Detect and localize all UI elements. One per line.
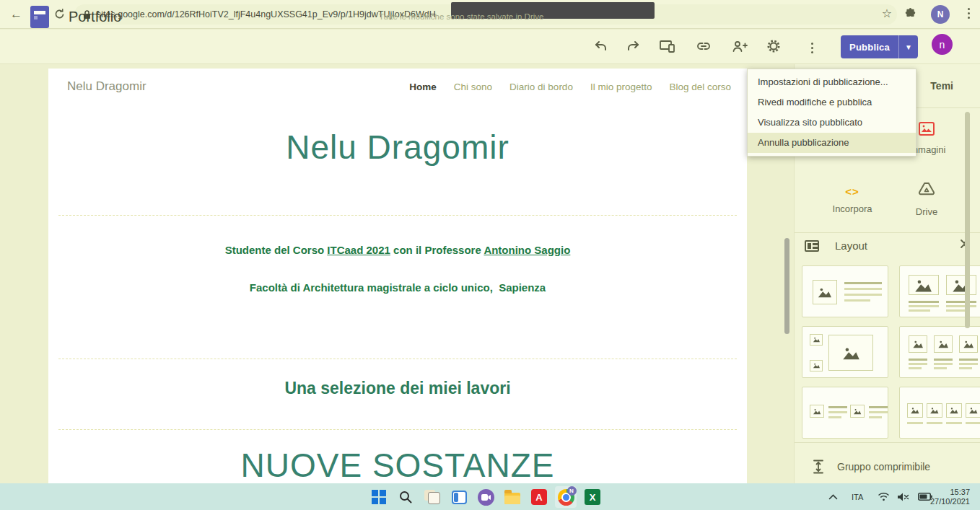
site-header-name[interactable]: Nelu Dragomir <box>67 79 146 94</box>
publish-dropdown-arrow[interactable]: ▼ <box>898 35 918 58</box>
intro-paragraph[interactable]: Studente del Corso ITCaad 2021 con il Pr… <box>48 244 747 256</box>
excel-icon: X <box>585 489 600 505</box>
layout-option-6[interactable] <box>899 387 980 439</box>
layout-option-3[interactable] <box>802 326 888 378</box>
divider <box>795 232 980 233</box>
volume-muted-indicator[interactable] <box>897 483 909 510</box>
nav-diario-di-bordo[interactable]: Diario di bordo <box>509 82 573 92</box>
collapsible-group-label: Gruppo comprimibile <box>837 461 930 472</box>
document-title[interactable]: Portfolio <box>69 9 121 25</box>
hero-title[interactable]: Nelu Dragomir <box>48 128 747 167</box>
acrobat-button[interactable]: A <box>528 486 550 508</box>
menu-item-annulla-pubblicazione[interactable]: Annulla pubblicazione <box>748 133 916 153</box>
section-divider <box>58 215 737 216</box>
clock[interactable]: 15:3727/10/2021 <box>930 483 970 510</box>
chrome-profile-badge: N <box>567 486 577 496</box>
drive-icon <box>918 182 935 201</box>
publish-button-label[interactable]: Pubblica <box>841 35 898 58</box>
nav-il-mio-progetto[interactable]: Il mio progetto <box>590 82 652 92</box>
layout-option-1[interactable] <box>802 265 888 317</box>
speaker-muted-icon <box>897 492 909 502</box>
chrome-button[interactable]: N <box>555 486 577 508</box>
image-icon <box>919 122 935 139</box>
bookmark-star-icon[interactable]: ☆ <box>882 6 892 20</box>
excel-button[interactable]: X <box>582 486 603 508</box>
link-itcaad-2021[interactable]: ITCaad 2021 <box>327 244 390 256</box>
embed-code-icon: <> <box>820 185 885 198</box>
wifi-indicator[interactable] <box>878 483 890 510</box>
layout-option-5[interactable] <box>802 387 888 439</box>
language-indicator[interactable]: ITA <box>852 483 863 510</box>
task-view-button[interactable] <box>421 486 443 508</box>
chrome-icon: N <box>558 489 574 506</box>
sidebar-scrollbar-thumb[interactable] <box>965 112 970 328</box>
preview-devices-icon[interactable] <box>659 38 676 55</box>
taskbar-search[interactable] <box>395 486 416 508</box>
redo-icon[interactable] <box>624 38 642 55</box>
clock-time: 15:37 <box>950 488 970 496</box>
canvas-scrollbar-thumb[interactable] <box>784 238 789 334</box>
layout-option-4[interactable] <box>899 326 980 378</box>
tray-chevron[interactable] <box>828 483 838 510</box>
task-view-icon <box>424 490 440 504</box>
editor-toolbar <box>0 30 980 64</box>
share-add-person-icon[interactable] <box>731 38 748 55</box>
project-title[interactable]: NUOVE SOSTANZE <box>48 446 747 483</box>
menu-item-rivedi[interactable]: Rivedi modifiche e pubblica <box>748 92 916 113</box>
faculty-line[interactable]: Facoltà di Architettura magistrale a cic… <box>48 281 747 294</box>
tab-temi[interactable]: Temi <box>930 80 953 92</box>
link-antonino-saggio[interactable]: Antonino Saggio <box>484 244 570 256</box>
browser-profile-avatar[interactable]: N <box>931 5 950 24</box>
collapsible-group-item[interactable]: Gruppo comprimibile <box>813 460 930 474</box>
copy-link-icon[interactable] <box>695 38 712 55</box>
intro-text: Studente del Corso <box>225 244 328 256</box>
google-sites-logo <box>30 6 49 28</box>
search-icon <box>398 490 413 504</box>
back-icon[interactable]: ← <box>10 0 22 29</box>
extensions-icon[interactable] <box>904 8 916 23</box>
chat-button[interactable] <box>475 486 496 508</box>
chat-icon <box>478 489 494 506</box>
widgets-icon <box>452 491 467 504</box>
windows-logo-icon <box>372 490 386 504</box>
chevron-up-icon <box>828 494 838 500</box>
insert-drive-item[interactable]: Drive <box>894 182 959 217</box>
section-divider <box>58 429 737 430</box>
insert-embed-item[interactable]: <> Incorpora <box>820 185 885 214</box>
start-button[interactable] <box>368 486 390 508</box>
nav-blog-del-corso[interactable]: Blog del corso <box>669 82 731 92</box>
insert-drive-label: Drive <box>894 206 959 217</box>
windows-taskbar: A N X ITA 15:3727/10/2021 <box>0 483 980 510</box>
more-options-icon[interactable] <box>810 40 813 56</box>
layout-icon <box>805 240 819 252</box>
layout-label: Layout <box>835 239 867 252</box>
nav-home[interactable]: Home <box>409 82 437 92</box>
collapsible-group-icon <box>813 460 824 474</box>
wifi-icon <box>878 492 890 501</box>
intro-text: con il Professore <box>390 244 484 256</box>
insert-embed-label: Incorpora <box>820 203 885 214</box>
folder-icon <box>504 493 520 504</box>
clock-date: 27/10/2021 <box>930 497 970 506</box>
publish-button[interactable]: Pubblica ▼ <box>841 35 918 58</box>
save-status: Tutte le modifiche sono state salvate in… <box>379 12 543 21</box>
publish-menu: Impostazioni di pubblicazione... Rivedi … <box>747 69 916 157</box>
account-avatar[interactable]: n <box>932 34 953 55</box>
file-explorer-button[interactable] <box>502 486 523 508</box>
settings-gear-icon[interactable] <box>765 38 782 55</box>
refresh-icon[interactable] <box>53 8 66 23</box>
section-divider <box>58 359 737 359</box>
acrobat-pdf-icon: A <box>531 489 547 505</box>
widgets-button[interactable] <box>448 486 470 508</box>
menu-item-impostazioni[interactable]: Impostazioni di pubblicazione... <box>748 72 916 92</box>
nav-chi-sono[interactable]: Chi sono <box>454 82 492 92</box>
section-heading[interactable]: Una selezione dei miei lavori <box>48 379 747 398</box>
undo-icon[interactable] <box>592 38 610 55</box>
browser-menu-icon[interactable] <box>967 6 970 21</box>
divider <box>795 442 980 443</box>
site-canvas: Nelu Dragomir Home Chi sono Diario di bo… <box>48 69 747 483</box>
menu-item-visualizza[interactable]: Visualizza sito pubblicato <box>748 113 916 133</box>
site-nav: Home Chi sono Diario di bordo Il mio pro… <box>409 82 731 92</box>
layout-section-header: Layout <box>805 239 867 252</box>
